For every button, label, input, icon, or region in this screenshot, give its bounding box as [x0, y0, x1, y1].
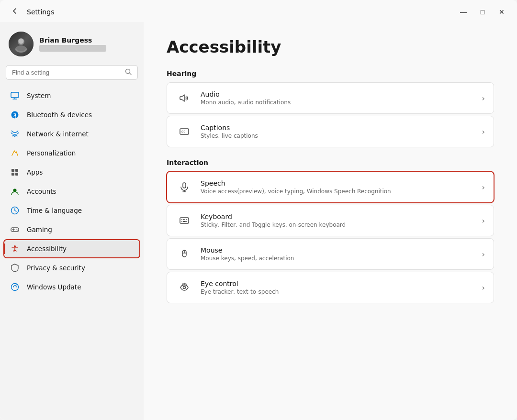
title-bar: Settings — □ ✕: [0, 0, 517, 22]
mouse-chevron: ›: [482, 250, 485, 259]
settings-window: Settings — □ ✕: [0, 0, 517, 420]
user-email: [39, 45, 106, 52]
mouse-title: Mouse: [201, 246, 482, 254]
back-button[interactable]: [8, 6, 22, 18]
sidebar-item-bluetooth-label: Bluetooth & devices: [27, 111, 92, 119]
svg-point-22: [14, 245, 16, 247]
user-name: Brian Burgess: [39, 36, 106, 44]
speech-card[interactable]: Speech Voice access(preview), voice typi…: [167, 171, 494, 203]
close-button[interactable]: ✕: [494, 6, 509, 18]
time-icon: [10, 205, 20, 216]
gaming-icon: [10, 224, 20, 235]
audio-title: Audio: [201, 90, 482, 98]
window-controls: — □ ✕: [456, 6, 509, 18]
sidebar-item-personalization[interactable]: Personalization: [4, 144, 140, 162]
svg-line-5: [130, 73, 132, 75]
sidebar-item-privacy-label: Privacy & security: [27, 264, 85, 272]
mouse-text: Mouse Mouse keys, speed, acceleration: [201, 246, 482, 262]
captions-icon: CC: [176, 123, 193, 140]
svg-rect-13: [11, 173, 14, 176]
bluetooth-icon: [10, 110, 20, 120]
content-area: Accessibility Hearing Audio Mono audio, …: [144, 22, 517, 420]
eye-control-text: Eye control Eye tracker, text-to-speech: [201, 280, 482, 295]
title-bar-left: Settings: [8, 6, 54, 18]
captions-title: Captions: [201, 124, 482, 132]
svg-rect-12: [15, 169, 18, 172]
accounts-icon: [10, 186, 20, 197]
system-icon: [10, 90, 20, 101]
audio-card[interactable]: Audio Mono audio, audio notifications ›: [167, 82, 494, 114]
captions-card[interactable]: CC Captions Styles, live captions ›: [167, 116, 494, 147]
audio-chevron: ›: [482, 94, 485, 103]
svg-point-10: [14, 136, 15, 137]
sidebar-item-gaming-label: Gaming: [27, 226, 52, 233]
speech-title: Speech: [201, 179, 482, 187]
eye-control-chevron: ›: [482, 283, 485, 292]
mouse-icon: [176, 245, 193, 263]
svg-point-2: [19, 39, 24, 44]
sidebar-item-accessibility[interactable]: Accessibility: [4, 240, 140, 258]
captions-text: Captions Styles, live captions: [201, 124, 482, 139]
svg-point-21: [17, 230, 18, 231]
page-title: Accessibility: [167, 37, 494, 56]
sidebar-item-network-label: Network & internet: [27, 130, 89, 138]
sidebar-item-personalization-label: Personalization: [27, 149, 76, 157]
svg-point-20: [16, 229, 17, 230]
audio-text: Audio Mono audio, audio notifications: [201, 90, 482, 106]
svg-rect-29: [180, 218, 189, 223]
apps-icon: [10, 167, 20, 177]
svg-rect-6: [11, 92, 19, 98]
sidebar-item-bluetooth[interactable]: Bluetooth & devices: [4, 106, 140, 124]
eye-control-subtitle: Eye tracker, text-to-speech: [201, 288, 482, 295]
audio-icon: [176, 89, 193, 107]
keyboard-chevron: ›: [482, 216, 485, 225]
sidebar-item-update[interactable]: Windows Update: [4, 278, 140, 296]
svg-point-23: [11, 284, 19, 291]
sidebar-item-apps-label: Apps: [27, 168, 43, 176]
keyboard-icon: [176, 212, 193, 229]
search-box[interactable]: [6, 65, 138, 80]
sidebar-item-system-label: System: [27, 92, 51, 99]
maximize-button[interactable]: □: [475, 6, 490, 18]
user-profile: Brian Burgess: [4, 28, 140, 64]
sidebar-item-time-label: Time & language: [27, 207, 82, 214]
eye-control-card[interactable]: Eye control Eye tracker, text-to-speech …: [167, 272, 494, 303]
sidebar-item-gaming[interactable]: Gaming: [4, 221, 140, 239]
sidebar-item-privacy[interactable]: Privacy & security: [4, 259, 140, 277]
sidebar-item-network[interactable]: Network & internet: [4, 125, 140, 143]
captions-subtitle: Styles, live captions: [201, 133, 482, 139]
svg-point-40: [183, 287, 186, 289]
mouse-subtitle: Mouse keys, speed, acceleration: [201, 255, 482, 262]
update-icon: [10, 282, 20, 292]
personalization-icon: [10, 148, 20, 158]
eye-control-icon: [176, 279, 193, 296]
sidebar-item-accounts[interactable]: Accounts: [4, 182, 140, 200]
sidebar-item-apps[interactable]: Apps: [4, 163, 140, 181]
accessibility-icon: [10, 243, 20, 254]
minimize-button[interactable]: —: [456, 6, 471, 18]
mouse-card[interactable]: Mouse Mouse keys, speed, acceleration ›: [167, 238, 494, 270]
avatar: [9, 32, 34, 56]
speech-text: Speech Voice access(preview), voice typi…: [201, 179, 482, 195]
keyboard-title: Keyboard: [201, 213, 482, 221]
speech-chevron: ›: [482, 183, 485, 192]
sidebar-item-update-label: Windows Update: [27, 283, 81, 291]
search-input[interactable]: [12, 69, 121, 76]
network-icon: [10, 129, 20, 139]
speech-subtitle: Voice access(preview), voice typing, Win…: [201, 188, 482, 195]
privacy-icon: [10, 263, 20, 273]
eye-control-title: Eye control: [201, 280, 482, 287]
sidebar-item-time[interactable]: Time & language: [4, 201, 140, 220]
svg-point-3: [16, 45, 26, 51]
section-interaction-header: Interaction: [167, 159, 494, 166]
search-icon: [125, 68, 132, 77]
section-hearing-header: Hearing: [167, 70, 494, 77]
sidebar: Brian Burgess: [0, 22, 144, 420]
keyboard-card[interactable]: Keyboard Sticky, Filter, and Toggle keys…: [167, 205, 494, 236]
audio-subtitle: Mono audio, audio notifications: [201, 99, 482, 106]
svg-point-9: [11, 111, 19, 119]
svg-rect-11: [11, 169, 14, 172]
keyboard-subtitle: Sticky, Filter, and Toggle keys, on-scre…: [201, 221, 482, 228]
sidebar-item-system[interactable]: System: [4, 87, 140, 105]
svg-rect-14: [15, 173, 18, 176]
